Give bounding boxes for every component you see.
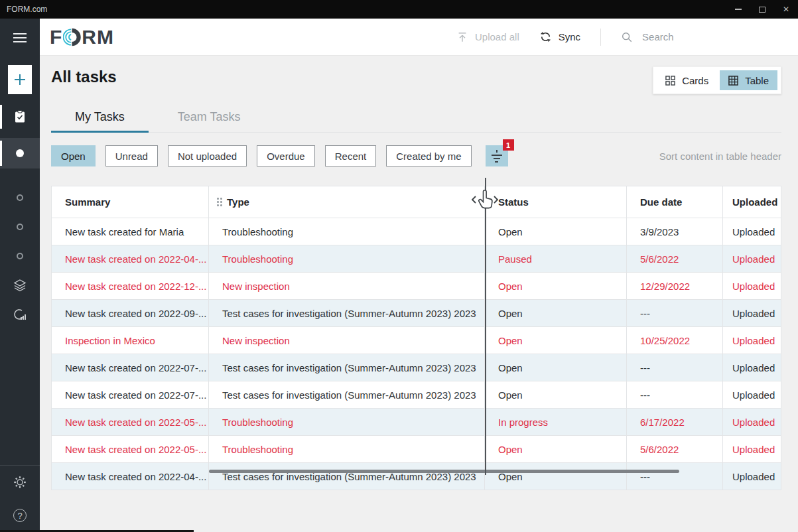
cell-uploaded: Uploaded: [723, 245, 781, 272]
tasks-table: Summary Type Status Due date Uploaded Ne…: [51, 186, 781, 490]
cell-summary: Inspection in Mexico: [52, 327, 209, 354]
add-task-button[interactable]: [8, 65, 32, 94]
table-view-button[interactable]: Table: [720, 70, 777, 90]
column-header-uploaded[interactable]: Uploaded: [723, 186, 781, 218]
cell-due-date: ---: [627, 381, 723, 408]
header-divider: [600, 29, 601, 46]
cell-status: In progress: [485, 409, 627, 435]
search-input[interactable]: Search: [621, 31, 773, 43]
close-icon: ✕: [783, 5, 789, 14]
settings-button[interactable]: [0, 466, 40, 499]
clipboard-check-icon: [13, 109, 27, 124]
column-header-summary[interactable]: Summary: [52, 186, 209, 218]
column-resize-guide: [485, 178, 486, 475]
filter-chip-created-by-me[interactable]: Created by me: [386, 145, 471, 166]
cell-type: Test cases for investigation (Summer-Aut…: [209, 354, 485, 381]
cell-status: Open: [485, 381, 627, 408]
cell-type: Troubleshooting: [209, 218, 485, 245]
cell-status: Open: [485, 300, 627, 326]
filter-chip-overdue[interactable]: Overdue: [257, 145, 315, 166]
table-row[interactable]: New task created on 2022-05-...Troublesh…: [52, 435, 781, 462]
app-header: F RM Upload all: [40, 19, 798, 56]
sidebar-item-tasks[interactable]: [0, 102, 40, 131]
filter-icon: [496, 150, 498, 153]
tab-team-tasks[interactable]: Team Tasks: [154, 109, 265, 133]
close-button[interactable]: ✕: [774, 0, 798, 19]
table-row[interactable]: New task created for MariaTroubleshootin…: [52, 218, 781, 245]
cards-view-button[interactable]: Cards: [657, 70, 717, 90]
table-row[interactable]: New task created on 2022-05-...Troublesh…: [52, 408, 781, 435]
filter-badge: 1: [503, 139, 514, 151]
upload-all-label: Upload all: [475, 31, 519, 42]
cell-uploaded: Uploaded: [723, 409, 781, 435]
sidebar-item-reports[interactable]: [0, 300, 40, 329]
window-title: FORM.com: [7, 5, 47, 14]
layers-icon: [13, 278, 27, 293]
sync-icon: [539, 31, 552, 43]
table-row[interactable]: New task created on 2022-09-...Test case…: [52, 299, 781, 326]
page-title: All tasks: [51, 68, 117, 86]
form-logo: F RM: [50, 26, 114, 48]
minimize-button[interactable]: [726, 0, 750, 19]
cell-summary: New task created on 2022-05-...: [52, 409, 209, 435]
sync-button[interactable]: Sync: [539, 31, 580, 43]
view-toggle: Cards Table: [653, 66, 781, 94]
table-row[interactable]: New task created on 2022-12-...New inspe…: [52, 272, 781, 299]
table-row[interactable]: New task created on 2022-04-...Troublesh…: [52, 245, 781, 272]
sidebar-item-2[interactable]: [0, 212, 40, 241]
cell-status: Open: [485, 436, 627, 462]
sidebar-item-current-task[interactable]: [0, 138, 40, 168]
cell-due-date: ---: [627, 300, 723, 326]
drag-handle-icon[interactable]: [217, 198, 222, 206]
cell-due-date: 6/17/2022: [627, 409, 723, 435]
sidebar-item-1[interactable]: [0, 183, 40, 212]
circle-icon: [17, 253, 23, 259]
maximize-button[interactable]: [750, 0, 774, 19]
cell-uploaded: Uploaded: [723, 354, 781, 381]
logo-text-left: F: [50, 26, 62, 48]
filter-chip-unread[interactable]: Unread: [105, 145, 158, 166]
cell-type: New inspection: [209, 327, 485, 354]
cell-summary: New task created on 2022-07-...: [52, 381, 209, 408]
filter-chip-recent[interactable]: Recent: [325, 145, 377, 166]
cell-due-date: 5/6/2022: [627, 245, 723, 272]
logo-text-right: RM: [82, 26, 114, 48]
table-row[interactable]: New task created on 2022-07-...Test case…: [52, 381, 781, 408]
cell-type: Test cases for investigation (Summer-Aut…: [209, 381, 485, 408]
cell-due-date: ---: [627, 354, 723, 381]
table-row[interactable]: Inspection in MexicoNew inspectionOpen10…: [52, 326, 781, 354]
cell-type: New inspection: [209, 273, 485, 299]
upload-all-button[interactable]: Upload all: [456, 31, 519, 43]
cards-label: Cards: [682, 75, 708, 86]
cell-uploaded: Uploaded: [723, 327, 781, 354]
main-content: All tasks Cards: [40, 56, 798, 532]
column-header-status[interactable]: Status: [485, 186, 627, 218]
upload-icon: [456, 31, 468, 43]
column-resize-cursor: [470, 188, 500, 212]
table-icon: [728, 76, 738, 86]
column-header-type[interactable]: Type: [209, 186, 485, 218]
filter-chip-open[interactable]: Open: [51, 145, 96, 166]
filter-chip-not-uploaded[interactable]: Not uploaded: [168, 145, 247, 166]
circle-icon: [17, 194, 23, 201]
sidebar-item-layers[interactable]: [0, 271, 40, 300]
sidebar: ?: [0, 19, 40, 532]
cell-type: Troubleshooting: [209, 409, 485, 435]
horizontal-scrollbar[interactable]: [209, 470, 679, 473]
filter-button[interactable]: 1: [486, 145, 508, 166]
sidebar-item-3[interactable]: [0, 241, 40, 271]
table-row[interactable]: New task created on 2022-07-...Test case…: [52, 354, 781, 381]
tabs: My Tasks Team Tasks: [51, 109, 781, 133]
cell-due-date: 12/29/2022: [627, 273, 723, 299]
column-header-due-date[interactable]: Due date: [627, 186, 723, 218]
cell-status: Open: [485, 218, 627, 245]
menu-button[interactable]: [9, 29, 31, 46]
filter-chips: OpenUnreadNot uploadedOverdueRecentCreat…: [51, 145, 482, 166]
active-indicator: [0, 105, 2, 129]
cell-status: Paused: [485, 245, 627, 272]
help-button[interactable]: ?: [0, 499, 40, 532]
app-window: FORM.com ✕: [0, 0, 798, 532]
table-label: Table: [745, 75, 769, 86]
table-row[interactable]: New task created on 2022-04-...Test case…: [52, 462, 781, 490]
tab-my-tasks[interactable]: My Tasks: [51, 109, 149, 133]
